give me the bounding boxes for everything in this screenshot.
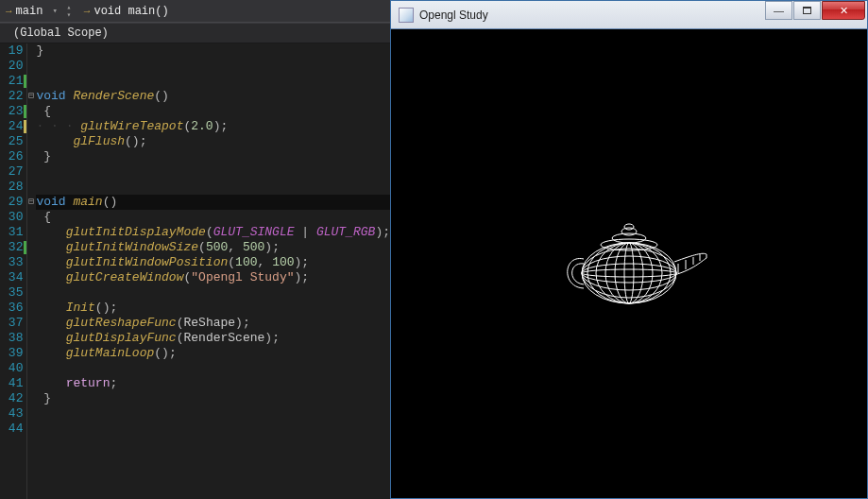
code-line[interactable]: { — [36, 210, 390, 225]
code-line[interactable]: void main() — [36, 195, 390, 210]
fold-toggle — [27, 74, 34, 89]
code-line[interactable] — [36, 164, 390, 180]
line-number: 27 — [0, 164, 23, 180]
line-number: 36 — [0, 301, 23, 316]
line-number: 43 — [0, 406, 23, 422]
fold-toggle — [27, 149, 34, 164]
fold-toggle — [27, 119, 34, 134]
code-line[interactable]: glutInitWindowPosition(100, 100); — [36, 255, 390, 270]
line-number: 44 — [0, 422, 23, 437]
nav-function-dropdown[interactable]: → void main() — [84, 0, 175, 22]
opengl-window: Opengl Study — ✕ — [390, 0, 868, 499]
fold-toggle — [27, 316, 34, 331]
fold-toggle — [27, 270, 34, 285]
code-editor-pane: → main ▾ ▴ ▾ → void main() (Global Scope… — [0, 0, 390, 499]
line-number: 39 — [0, 346, 23, 361]
code-line[interactable]: return; — [36, 376, 390, 391]
fold-toggle — [27, 59, 34, 74]
fold-toggle — [27, 331, 34, 346]
line-number: 23 — [0, 104, 23, 119]
fold-column[interactable]: ⊟⊟ — [27, 43, 34, 499]
nav-function-label: void main() — [94, 5, 168, 18]
code-line[interactable]: Init(); — [36, 301, 390, 316]
fold-toggle — [27, 361, 34, 376]
fold-toggle — [27, 406, 34, 422]
minimize-icon: — — [774, 5, 784, 16]
app-icon — [399, 8, 414, 23]
output-window-pane: Opengl Study — ✕ — [390, 0, 868, 499]
line-number: 32 — [0, 240, 23, 255]
fold-toggle[interactable]: ⊟ — [27, 195, 34, 210]
nav-stepper[interactable]: ▴ ▾ — [61, 4, 77, 19]
fold-toggle — [27, 225, 34, 240]
code-line[interactable]: glutCreateWindow("Opengl Study"); — [36, 270, 390, 285]
minimize-button[interactable]: — — [765, 1, 792, 20]
code-line[interactable]: } — [36, 391, 390, 406]
line-number: 41 — [0, 376, 23, 391]
code-content[interactable]: } void RenderScene() {· · · glutWireTeap… — [34, 43, 390, 499]
arrow-icon: → — [84, 6, 91, 17]
close-icon: ✕ — [840, 5, 848, 17]
line-number: 42 — [0, 391, 23, 406]
line-number: 24 — [0, 119, 23, 134]
code-editor[interactable]: 1920212223242526272829303132333435363738… — [0, 43, 390, 499]
svg-point-12 — [621, 228, 637, 235]
fold-toggle — [27, 210, 34, 225]
line-number: 21 — [0, 74, 23, 89]
code-line[interactable]: glutReshapeFunc(ReShape); — [36, 316, 390, 331]
arrow-icon: → — [6, 6, 12, 17]
code-line[interactable]: } — [36, 149, 390, 164]
window-controls: — ✕ — [765, 1, 865, 20]
svg-point-9 — [587, 243, 671, 303]
fold-toggle — [27, 164, 34, 180]
code-line[interactable] — [36, 406, 390, 422]
code-line[interactable]: glutInitDisplayMode(GLUT_SINGLE | GLUT_R… — [36, 225, 390, 240]
maximize-icon — [803, 7, 811, 14]
line-number: 34 — [0, 270, 23, 285]
opengl-canvas — [391, 29, 867, 498]
line-number: 38 — [0, 331, 23, 346]
line-number: 33 — [0, 255, 23, 270]
code-line[interactable]: glutMainLoop(); — [36, 346, 390, 361]
code-line[interactable]: glutDisplayFunc(RenderScene); — [36, 331, 390, 346]
code-line[interactable] — [36, 180, 390, 195]
nav-scope-dropdown[interactable]: → main ▾ — [6, 0, 61, 22]
fold-toggle — [27, 422, 34, 437]
code-line[interactable] — [36, 361, 390, 376]
line-number: 30 — [0, 210, 23, 225]
code-line[interactable] — [36, 74, 390, 89]
window-titlebar[interactable]: Opengl Study — ✕ — [391, 1, 867, 29]
maximize-button[interactable] — [793, 1, 821, 20]
line-number-gutter: 1920212223242526272829303132333435363738… — [0, 43, 27, 499]
fold-toggle — [27, 301, 34, 316]
window-title: Opengl Study — [419, 9, 765, 22]
close-button[interactable]: ✕ — [822, 1, 865, 20]
code-line[interactable]: glFlush(); — [36, 134, 390, 149]
scope-bar[interactable]: (Global Scope) — [0, 23, 390, 43]
code-line[interactable] — [36, 285, 390, 301]
code-line[interactable] — [36, 422, 390, 437]
line-number: 19 — [0, 43, 23, 59]
line-number: 40 — [0, 361, 23, 376]
code-line[interactable]: { — [36, 104, 390, 119]
code-line[interactable]: · · · glutWireTeapot(2.0); — [36, 119, 390, 134]
code-line[interactable] — [36, 59, 390, 74]
code-line[interactable]: glutInitWindowSize(500, 500); — [36, 240, 390, 255]
code-line[interactable]: } — [36, 43, 390, 59]
fold-toggle — [27, 376, 34, 391]
svg-point-5 — [624, 243, 634, 303]
line-number: 29 — [0, 195, 23, 210]
fold-toggle — [27, 240, 34, 255]
navigation-bar: → main ▾ ▴ ▾ → void main() — [0, 0, 390, 23]
fold-toggle — [27, 104, 34, 119]
nav-scope-label: main — [16, 5, 43, 18]
line-number: 37 — [0, 316, 23, 331]
fold-toggle — [27, 43, 34, 59]
chevron-down-icon: ▾ — [61, 11, 77, 19]
wire-teapot-icon — [535, 207, 723, 320]
chevron-down-icon: ▾ — [52, 6, 57, 16]
line-number: 35 — [0, 285, 23, 301]
fold-toggle — [27, 391, 34, 406]
fold-toggle[interactable]: ⊟ — [27, 89, 34, 104]
code-line[interactable]: void RenderScene() — [36, 89, 390, 104]
